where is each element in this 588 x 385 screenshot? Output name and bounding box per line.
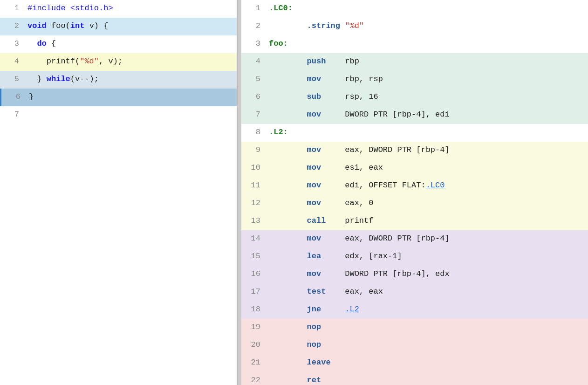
line-number: 2: [0, 18, 26, 35]
token: (v--);: [70, 75, 99, 83]
code-line: 1.LC0:: [241, 0, 588, 18]
line-number: 6: [241, 89, 267, 106]
token: eax, 0: [345, 199, 373, 207]
token: .LC0:: [269, 4, 293, 13]
token: eax, eax: [345, 287, 383, 296]
line-number: 10: [241, 159, 267, 177]
token: .LC0: [426, 181, 445, 190]
line-content: jne .L2: [267, 301, 588, 319]
line-number: 3: [241, 35, 267, 53]
line-content: nop: [267, 319, 588, 337]
code-line: 5 mov rbp, rsp: [241, 71, 588, 89]
line-number: 3: [0, 35, 26, 53]
right-pane: 1.LC0:2 .string "%d"3foo:4 push rbp5 mov…: [241, 0, 588, 385]
line-number: 4: [0, 53, 26, 71]
token: rbp, rsp: [345, 75, 383, 83]
line-number: 16: [241, 266, 267, 283]
code-line: 17 test eax, eax: [241, 283, 588, 301]
code-line: 18 jne .L2: [241, 301, 588, 319]
line-content: mov edi, OFFSET FLAT:.LC0: [267, 177, 588, 195]
token: jne: [269, 305, 345, 314]
token: .string: [269, 21, 345, 30]
line-content: printf("%d", v);: [26, 53, 237, 71]
line-content: call printf: [267, 213, 588, 230]
line-content: lea edx, [rax-1]: [267, 248, 588, 266]
line-number: 14: [241, 230, 267, 248]
line-number: 5: [0, 71, 26, 89]
token: nop: [269, 323, 321, 331]
token: lea: [269, 252, 345, 261]
token: printf(: [27, 57, 80, 66]
code-line: 16 mov DWORD PTR [rbp-4], edx: [241, 266, 588, 283]
line-content: [26, 106, 237, 124]
line-content: mov rbp, rsp: [267, 71, 588, 89]
line-number: 13: [241, 213, 267, 230]
token: #include <stdio.h>: [27, 4, 113, 13]
line-number: 7: [0, 106, 26, 124]
line-number: 19: [241, 319, 267, 337]
code-line: 14 mov eax, DWORD PTR [rbp-4]: [241, 230, 588, 248]
token: }: [29, 92, 34, 101]
line-number: 18: [241, 301, 267, 319]
token: while: [47, 75, 70, 83]
token: .L2: [345, 305, 359, 314]
token: mov: [269, 163, 345, 172]
line-number: 12: [241, 195, 267, 213]
token: printf: [345, 216, 373, 225]
line-content: push rbp: [267, 53, 588, 71]
line-number: 21: [241, 354, 267, 372]
line-number: 6: [1, 89, 27, 106]
token: mov: [269, 234, 345, 243]
line-content: leave: [267, 354, 588, 372]
token: do: [37, 39, 46, 48]
line-number: 5: [241, 71, 267, 89]
token: .L2:: [269, 128, 288, 137]
token: int: [70, 21, 85, 30]
code-line: 20 nop: [241, 337, 588, 354]
token: "%d": [80, 57, 99, 66]
token: mov: [269, 181, 345, 190]
line-content: ret: [267, 372, 588, 385]
token: edi, OFFSET FLAT:: [345, 181, 425, 190]
token: DWORD PTR [rbp-4], edx: [345, 269, 449, 278]
code-line: 11 mov edi, OFFSET FLAT:.LC0: [241, 177, 588, 195]
line-content: mov DWORD PTR [rbp-4], edx: [267, 266, 588, 283]
token: , v);: [99, 57, 123, 66]
token: foo:: [269, 39, 288, 48]
code-line: 1#include <stdio.h>: [0, 0, 237, 18]
line-number: 20: [241, 337, 267, 354]
code-line: 15 lea edx, [rax-1]: [241, 248, 588, 266]
line-content: mov esi, eax: [267, 159, 588, 177]
line-content: mov eax, 0: [267, 195, 588, 213]
token: leave: [269, 358, 331, 367]
token: {: [47, 39, 56, 48]
line-content: nop: [267, 337, 588, 354]
pane-divider: [238, 0, 241, 385]
code-line: 4 printf("%d", v);: [0, 53, 237, 71]
line-number: 1: [241, 0, 267, 18]
line-content: mov DWORD PTR [rbp-4], edi: [267, 106, 588, 124]
token: rsp, 16: [345, 92, 378, 101]
line-content: void foo(int v) {: [26, 18, 237, 35]
code-line: 3foo:: [241, 35, 588, 53]
line-content: }: [27, 89, 237, 106]
code-line: 19 nop: [241, 319, 588, 337]
token: sub: [269, 92, 345, 101]
line-number: 22: [241, 372, 267, 385]
line-number: 11: [241, 177, 267, 195]
line-number: 17: [241, 283, 267, 301]
code-line: 6 sub rsp, 16: [241, 89, 588, 106]
code-line: 2void foo(int v) {: [0, 18, 237, 35]
token: "%d": [345, 21, 364, 30]
left-pane: 1#include <stdio.h>2void foo(int v) {3 d…: [0, 0, 238, 385]
token: mov: [269, 269, 345, 278]
code-line: 12 mov eax, 0: [241, 195, 588, 213]
line-content: test eax, eax: [267, 283, 588, 301]
token: }: [27, 75, 47, 83]
token: void: [27, 21, 51, 30]
line-number: 1: [0, 0, 26, 18]
line-content: sub rsp, 16: [267, 89, 588, 106]
line-number: 7: [241, 106, 267, 124]
line-number: 4: [241, 53, 267, 71]
code-line: 7: [0, 106, 237, 124]
